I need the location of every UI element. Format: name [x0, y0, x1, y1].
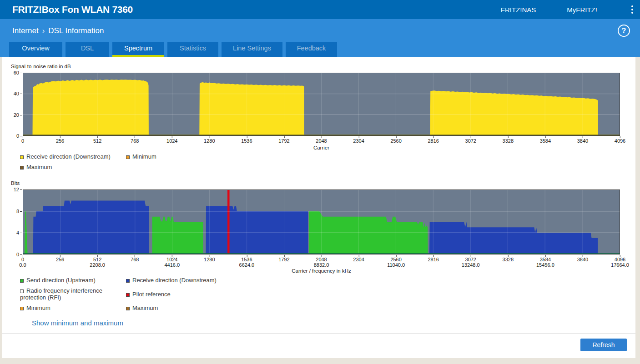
rfi-swatch-icon	[20, 289, 24, 293]
x-tick-label: 768	[131, 136, 139, 144]
fritznas-link[interactable]: FRITZ!NAS	[501, 6, 536, 14]
minimum-swatch-icon	[20, 307, 24, 310]
x-tick-label: 512	[93, 136, 101, 144]
x-tick-label: 256	[56, 136, 64, 144]
tab-dsl[interactable]: DSL	[66, 42, 109, 57]
x-tick-label: 2816	[428, 136, 438, 144]
bits-plot-area	[23, 189, 620, 254]
maximum-swatch-icon	[126, 307, 130, 310]
snr-legend: Receive direction (Downstream) Minimum M…	[20, 153, 244, 170]
refresh-button[interactable]: Refresh	[580, 339, 627, 351]
snr-chart-title: Signal-to-noise ratio in dB	[11, 64, 71, 69]
frequency-tick-label: 0.0	[19, 261, 26, 268]
tab-spectrum[interactable]: Spectrum	[112, 42, 164, 57]
legend-item-downstream: Receive direction (Downstream)	[20, 153, 126, 160]
bits-chart-title: Bits	[11, 180, 20, 186]
breadcrumb-separator: ›	[42, 26, 45, 35]
y-tick-label: 0	[16, 133, 19, 139]
content-panel: Signal-to-noise ratio in dB 0204060 0256…	[2, 57, 635, 358]
x-tick-label: 2048	[316, 136, 327, 144]
tab-bar: Overview DSL Spectrum Statistics Line Se…	[9, 42, 337, 57]
tab-feedback[interactable]: Feedback	[286, 42, 337, 57]
pilot-swatch-icon	[126, 293, 130, 297]
y-tick-label: 12	[14, 187, 19, 192]
x-tick-label: 1536	[241, 136, 252, 144]
help-icon[interactable]: ?	[618, 25, 630, 37]
y-tick-label: 8	[16, 209, 19, 214]
top-navigation: FRITZ!NAS MyFRITZ!	[501, 5, 640, 15]
x-tick-label: 1280	[204, 136, 215, 144]
y-tick-label: 4	[16, 230, 19, 235]
x-tick-label: 1792	[278, 136, 289, 144]
x-tick-label: 1024	[166, 136, 177, 144]
frequency-tick-label: 11040.0	[387, 261, 405, 268]
sub-header-bar: Internet›DSL Information ? Overview DSL …	[0, 19, 640, 57]
legend-item-minimum: Minimum	[126, 153, 244, 160]
x-tick-label: 3840	[577, 136, 588, 144]
x-tick-label: 4096	[615, 136, 625, 144]
bits-y-axis: 04812	[5, 189, 23, 254]
y-tick-label: 40	[14, 91, 19, 96]
bits-legend: Send direction (Upstream) Receive direct…	[20, 277, 244, 311]
footer-divider	[2, 333, 635, 334]
x-tick-label: 3072	[465, 136, 476, 144]
frequency-tick-label: 15456.0	[536, 261, 554, 268]
x-tick-label: 3584	[540, 136, 551, 144]
myfritz-link[interactable]: MyFRITZ!	[567, 6, 597, 14]
tab-line-settings[interactable]: Line Settings	[222, 42, 282, 57]
x-tick-label: 2560	[390, 136, 401, 144]
frequency-tick-label: 4416.0	[164, 261, 180, 268]
downstream-swatch-icon	[126, 279, 130, 283]
legend-item-rfi: Radio frequency interference protection …	[20, 287, 126, 301]
x-tick-label: 0	[21, 136, 24, 144]
downstream-swatch-icon	[20, 155, 24, 159]
y-tick-label: 60	[14, 70, 19, 75]
app-title: FRITZ!Box Fon WLAN 7360	[12, 4, 133, 15]
bits-x-axis: 0256512768102412801536179220482304256028…	[23, 255, 620, 261]
y-tick-label: 0	[16, 252, 19, 257]
legend-item-maximum: Maximum	[126, 304, 244, 311]
tab-statistics[interactable]: Statistics	[167, 42, 218, 57]
snr-x-axis: 0256512768102412801536179220482304256028…	[23, 136, 620, 143]
x-tick-label: 3328	[503, 136, 514, 144]
frequency-tick-label: 13248.0	[462, 261, 480, 268]
frequency-tick-label: 8832.0	[314, 261, 329, 268]
frequency-tick-label: 2208.0	[90, 261, 105, 268]
frequency-tick-label: 6624.0	[239, 261, 255, 268]
bits-frequency-axis: 0.02208.04416.06624.08832.011040.013248.…	[23, 261, 620, 268]
kebab-menu-icon[interactable]	[628, 5, 636, 15]
legend-item-pilot: Pilot reference	[126, 291, 244, 298]
x-tick-label: 2304	[353, 136, 364, 144]
tab-overview[interactable]: Overview	[9, 42, 62, 57]
snr-x-axis-label: Carrier	[23, 145, 620, 150]
breadcrumb-page: DSL Information	[48, 26, 104, 35]
breadcrumb-section[interactable]: Internet	[12, 26, 39, 35]
y-tick-label: 20	[14, 112, 19, 118]
minimum-swatch-icon	[126, 155, 130, 159]
top-header-bar: FRITZ!Box Fon WLAN 7360 FRITZ!NAS MyFRIT…	[0, 0, 640, 19]
legend-item-minimum: Minimum	[20, 304, 126, 311]
upstream-swatch-icon	[20, 279, 24, 283]
snr-plot-area	[23, 73, 620, 136]
legend-item-downstream: Receive direction (Downstream)	[126, 277, 244, 284]
breadcrumb: Internet›DSL Information	[12, 26, 104, 35]
bits-x-axis-label: Carrier / frequency in kHz	[23, 268, 620, 274]
show-min-max-link[interactable]: Show minimum and maximum	[32, 319, 123, 327]
maximum-swatch-icon	[20, 166, 24, 170]
legend-item-upstream: Send direction (Upstream)	[20, 277, 126, 284]
snr-y-axis: 0204060	[5, 73, 23, 136]
frequency-tick-label: 17664.0	[611, 261, 629, 268]
legend-item-maximum: Maximum	[20, 164, 126, 170]
